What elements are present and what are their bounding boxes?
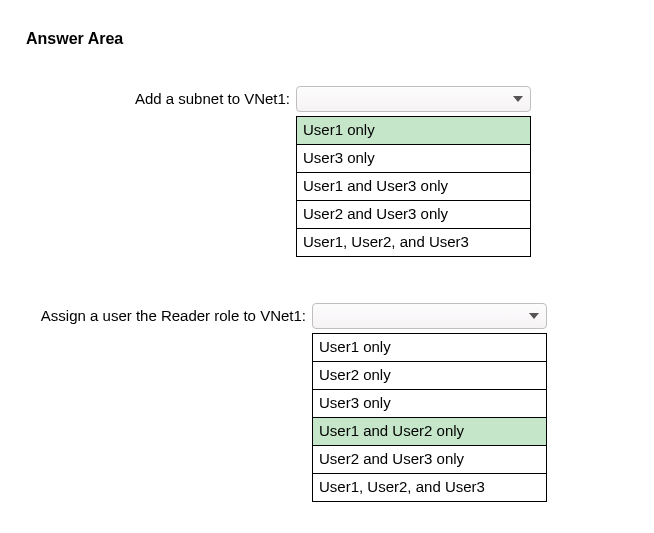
list-item[interactable]: User1, User2, and User3 xyxy=(313,474,546,501)
options-list-1: User1 onlyUser3 onlyUser1 and User3 only… xyxy=(296,116,531,257)
list-item[interactable]: User1 only xyxy=(297,117,530,145)
chevron-down-icon xyxy=(528,312,540,320)
question-row-1: Add a subnet to VNet1: xyxy=(26,86,628,112)
list-item[interactable]: User3 only xyxy=(297,145,530,173)
dropdown-1[interactable] xyxy=(296,86,531,112)
options-list-2: User1 onlyUser2 onlyUser3 onlyUser1 and … xyxy=(312,333,547,502)
chevron-down-icon xyxy=(512,95,524,103)
question-block-1: Add a subnet to VNet1: User1 onlyUser3 o… xyxy=(26,86,628,257)
question-label-2: Assign a user the Reader role to VNet1: xyxy=(26,303,312,329)
svg-marker-1 xyxy=(529,313,539,319)
question-label-1: Add a subnet to VNet1: xyxy=(26,86,296,112)
list-item[interactable]: User1, User2, and User3 xyxy=(297,229,530,256)
question-block-2: Assign a user the Reader role to VNet1: … xyxy=(26,303,628,502)
list-item[interactable]: User2 and User3 only xyxy=(297,201,530,229)
dropdown-2[interactable] xyxy=(312,303,547,329)
svg-marker-0 xyxy=(513,96,523,102)
list-item[interactable]: User1 and User3 only xyxy=(297,173,530,201)
page-title: Answer Area xyxy=(26,30,628,48)
list-item[interactable]: User2 and User3 only xyxy=(313,446,546,474)
question-row-2: Assign a user the Reader role to VNet1: xyxy=(26,303,628,329)
list-item[interactable]: User1 only xyxy=(313,334,546,362)
list-item[interactable]: User1 and User2 only xyxy=(313,418,546,446)
list-item[interactable]: User2 only xyxy=(313,362,546,390)
list-item[interactable]: User3 only xyxy=(313,390,546,418)
